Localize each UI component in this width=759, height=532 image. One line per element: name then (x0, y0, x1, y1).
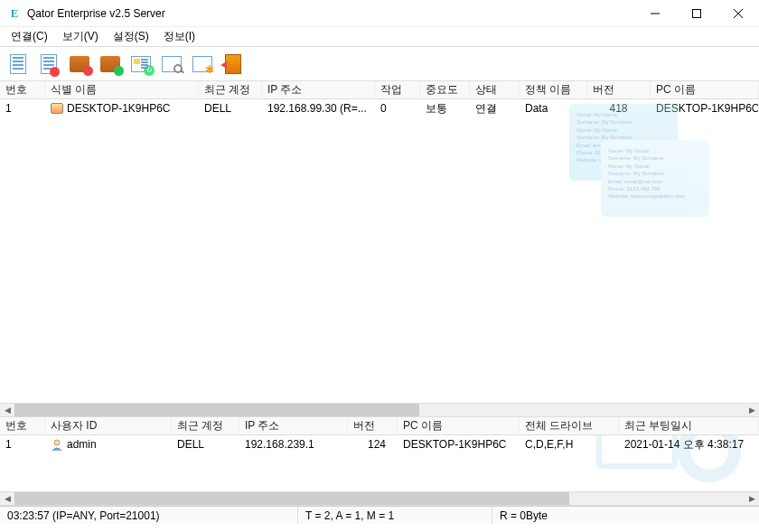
menu-connect[interactable]: 연결(C) (4, 27, 55, 46)
watermark-decoration: Name: My NameSurname: My SurnameName: My… (551, 99, 750, 280)
toolbar-document-icon[interactable] (5, 51, 31, 77)
col-account[interactable]: 최근 계정 (199, 81, 262, 98)
clients-hscrollbar[interactable]: ◀ ▶ (0, 403, 759, 417)
close-button[interactable] (717, 0, 759, 27)
users-grid-body[interactable]: 1 admin DELL 192.168.239.1 124 DESKTOP-1… (0, 435, 759, 491)
scroll-track[interactable] (14, 403, 745, 417)
col-version[interactable]: 버전 (587, 81, 651, 98)
clients-grid: 번호 식별 이름 최근 계정 IP 주소 작업 중요도 상태 정책 이름 버전 … (0, 81, 759, 417)
users-grid: 번호 사용자 ID 최근 계정 IP 주소 버전 PC 이름 전체 드라이브 최… (0, 417, 759, 506)
toolbar-exit-icon[interactable] (220, 51, 246, 77)
cell-drives: C,D,E,F,H (520, 435, 619, 453)
cell-account: DELL (172, 435, 239, 453)
titlebar: E Qator Enterprise v2.5 Server (0, 0, 759, 27)
menu-settings[interactable]: 설정(S) (106, 27, 156, 46)
cell-pcname: DESKTOP-1K9HP6C (398, 435, 520, 453)
col-ident[interactable]: 식별 이름 (45, 81, 199, 98)
toolbar-book-ok-icon[interactable] (98, 51, 123, 77)
menubar: 연결(C) 보기(V) 설정(S) 정보(I) (0, 27, 759, 47)
cell-user: admin (45, 435, 172, 453)
col-user[interactable]: 사용자 ID (45, 417, 172, 434)
status-right: R = 0Byte (492, 507, 759, 524)
table-row[interactable]: 1 admin DELL 192.168.239.1 124 DESKTOP-1… (0, 435, 759, 453)
col-pcname[interactable]: PC 이름 (651, 81, 759, 98)
cell-user-text: admin (67, 438, 97, 451)
user-icon (51, 438, 63, 451)
svg-point-4 (54, 440, 60, 445)
col-drives[interactable]: 전체 드라이브 (520, 417, 619, 434)
col-no[interactable]: 번호 (0, 417, 45, 434)
col-policy[interactable]: 정책 이름 (520, 81, 587, 98)
cell-state: 연결 (470, 99, 520, 117)
cell-no: 1 (0, 435, 45, 453)
col-account[interactable]: 최근 계정 (172, 417, 239, 434)
menu-info[interactable]: 정보(I) (156, 27, 202, 46)
col-no[interactable]: 번호 (0, 81, 45, 98)
status-left: 03:23:57 (IP=ANY, Port=21001) (0, 507, 298, 524)
cell-version: 124 (348, 435, 398, 453)
menu-view[interactable]: 보기(V) (55, 27, 106, 46)
cell-ident: DESKTOP-1K9HP6C (45, 99, 199, 117)
cell-ident-text: DESKTOP-1K9HP6C (67, 102, 171, 115)
toolbar: ↻ (0, 47, 759, 81)
scroll-right-icon[interactable]: ▶ (745, 491, 759, 506)
cell-ip: 192.168.99.30 (R=... (262, 99, 375, 117)
col-lastboot[interactable]: 최근 부팅일시 (619, 417, 759, 434)
cell-job: 0 (375, 99, 420, 117)
cell-version: 418 (587, 99, 651, 117)
app-logo-icon: E (7, 6, 22, 21)
pc-icon (51, 103, 63, 114)
toolbar-settings-icon[interactable] (190, 51, 215, 77)
col-priority[interactable]: 중요도 (420, 81, 470, 98)
col-version[interactable]: 버전 (348, 417, 398, 434)
scroll-right-icon[interactable]: ▶ (745, 403, 759, 417)
cell-ip: 192.168.239.1 (239, 435, 348, 453)
cell-pcname: DESKTOP-1K9HP6C (651, 99, 759, 117)
scroll-left-icon[interactable]: ◀ (0, 403, 14, 417)
table-row[interactable]: 1 DESKTOP-1K9HP6C DELL 192.168.99.30 (R=… (0, 99, 759, 117)
status-mid: T = 2, A = 1, M = 1 (298, 507, 492, 524)
col-ip[interactable]: IP 주소 (239, 417, 348, 434)
clients-grid-header: 번호 식별 이름 최근 계정 IP 주소 작업 중요도 상태 정책 이름 버전 … (0, 81, 759, 99)
clients-grid-body[interactable]: 1 DESKTOP-1K9HP6C DELL 192.168.99.30 (R=… (0, 99, 759, 403)
cell-policy: Data (520, 99, 587, 117)
toolbar-news-refresh-icon[interactable]: ↻ (128, 51, 154, 77)
col-state[interactable]: 상태 (470, 81, 520, 98)
col-job[interactable]: 작업 (375, 81, 420, 98)
cell-account: DELL (199, 99, 262, 117)
users-hscrollbar[interactable]: ◀ ▶ (0, 491, 759, 506)
cell-no: 1 (0, 99, 45, 117)
statusbar: 03:23:57 (IP=ANY, Port=21001) T = 2, A =… (0, 506, 759, 524)
cell-lastboot: 2021-01-14 오후 4:38:17 (619, 435, 759, 453)
cell-priority: 보통 (420, 99, 470, 117)
col-pcname[interactable]: PC 이름 (398, 417, 520, 434)
svg-rect-1 (693, 9, 701, 17)
window-title: Qator Enterprise v2.5 Server (27, 7, 634, 20)
scroll-left-icon[interactable]: ◀ (0, 491, 14, 506)
toolbar-search-icon[interactable] (159, 51, 184, 77)
users-grid-header: 번호 사용자 ID 최근 계정 IP 주소 버전 PC 이름 전체 드라이브 최… (0, 417, 759, 435)
scroll-track[interactable] (14, 491, 745, 506)
maximize-button[interactable] (676, 0, 717, 27)
toolbar-book-remove-icon[interactable] (67, 51, 92, 77)
col-ip[interactable]: IP 주소 (262, 81, 375, 98)
minimize-button[interactable] (634, 0, 676, 27)
toolbar-document-disabled-icon[interactable] (36, 51, 61, 77)
